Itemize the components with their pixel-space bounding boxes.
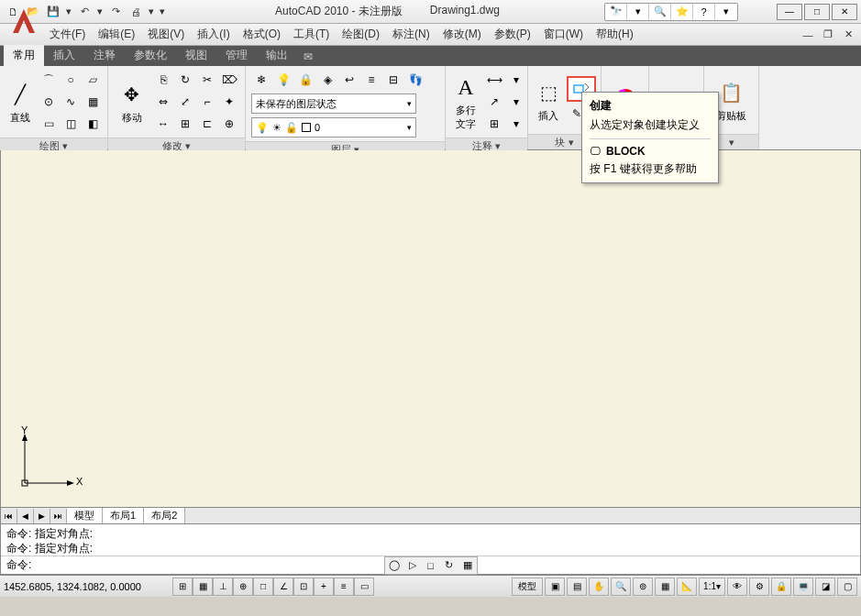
toolbar-lock-icon[interactable]: 🔒 [771,578,791,596]
sheet-prev-icon[interactable]: ◀ [17,509,34,523]
qview-layouts-icon[interactable]: ▣ [545,578,565,596]
qat-save-dropdown-icon[interactable]: ▾ [64,3,73,21]
model-space-button[interactable]: 模型 [512,578,543,596]
menu-format[interactable]: 格式(O) [243,27,281,42]
layer-current-combo[interactable]: 💡 ☀ 🔓 0 ▾ [251,117,416,138]
tab-view[interactable]: 视图 [176,45,216,66]
menu-view[interactable]: 视图(V) [148,27,184,42]
menu-edit[interactable]: 编辑(E) [98,27,135,42]
layer-state-combo[interactable]: 未保存的图层状态 ▾ [251,94,416,114]
tab-insert[interactable]: 插入 [44,45,84,66]
help-search[interactable]: 🔭 ▾ 🔍 ⭐ ? ▾ [604,3,738,21]
minimize-button[interactable]: — [777,4,802,20]
isolate-icon[interactable]: ◪ [815,578,835,596]
hatch-icon[interactable]: ▦ [83,92,103,112]
search-dropdown-icon[interactable]: ▾ [627,4,649,20]
qat-save-icon[interactable]: 💾 [44,3,62,21]
scale-button[interactable]: 1:1▾ [699,578,725,596]
layer-match-icon[interactable]: ≡ [361,70,381,90]
tab-parametric[interactable]: 参数化 [125,45,176,66]
help-icon[interactable]: ? [693,4,715,20]
menu-dim[interactable]: 标注(N) [392,27,430,42]
menu-draw[interactable]: 绘图(D) [342,27,380,42]
steering-status-icon[interactable]: ⊚ [633,578,653,596]
snap-icon[interactable]: ⊞ [172,578,193,596]
menu-file[interactable]: 文件(F) [50,27,85,42]
qat-print-dropdown-icon[interactable]: ▾ [147,3,156,21]
app-menu-button[interactable] [6,4,42,40]
table-dd-icon[interactable]: ▾ [506,114,526,134]
osnap-icon[interactable]: □ [253,578,273,596]
rect-icon[interactable]: ▭ [39,114,59,134]
cleanscreen-icon[interactable]: ▢ [837,578,857,596]
ellipse-icon[interactable]: ∿ [61,92,81,112]
layer-freeze-icon[interactable]: ❄ [251,70,271,90]
zoom-status-icon[interactable]: 🔍 [611,578,631,596]
tab-annotate[interactable]: 注释 [84,45,125,66]
mdi-close-icon[interactable]: ✕ [839,26,857,44]
annoscale-icon[interactable]: 📐 [677,578,697,596]
polyline-icon[interactable]: ▱ [83,70,103,90]
dyn-icon[interactable]: + [314,578,334,596]
polar-icon[interactable]: ⊕ [233,578,253,596]
pan-status-icon[interactable]: ✋ [589,578,609,596]
menu-param[interactable]: 参数(P) [494,27,531,42]
close-button[interactable]: ✕ [832,4,857,20]
showmotion-status-icon[interactable]: ▦ [655,578,675,596]
erase-icon[interactable]: ⌦ [219,70,239,90]
layer-states-icon[interactable]: ⊟ [383,70,403,90]
qat-undo-icon[interactable]: ↶ [75,3,94,21]
ducs-icon[interactable]: ⊡ [293,578,314,596]
hardware-accel-icon[interactable]: 💻 [793,578,813,596]
line-button[interactable]: ╱ 直线 [6,80,35,125]
region-icon[interactable]: ◫ [61,114,81,134]
workspace-icon[interactable]: ⚙ [749,578,769,596]
sheet-last-icon[interactable]: ⏭ [50,509,67,523]
leader-dd-icon[interactable]: ▾ [506,92,526,112]
qat-print-icon[interactable]: 🖨 [127,3,145,21]
dim-linear-icon[interactable]: ⟷ [484,70,504,90]
rotate-icon[interactable]: ↻ [175,70,195,90]
spline-icon[interactable]: ⊙ [39,92,59,112]
sheet-layout2[interactable]: 布局2 [144,508,185,523]
sheet-model[interactable]: 模型 [67,508,103,523]
copy-icon[interactable]: ⎘ [153,70,173,90]
binoculars-icon[interactable]: 🔭 [605,4,627,20]
fillet-icon[interactable]: ⌐ [197,92,217,112]
move-button[interactable]: ✥ 移动 [114,80,149,125]
qview-drawings-icon[interactable]: ▤ [567,578,587,596]
layer-prev-icon[interactable]: ↩ [339,70,359,90]
menu-modify[interactable]: 修改(M) [443,27,481,42]
mdi-minimize-icon[interactable]: — [799,26,817,44]
qat-redo-icon[interactable]: ↷ [106,3,125,21]
tab-extra-icon[interactable]: ✉ [297,48,319,66]
scale-icon[interactable]: ⤢ [175,92,195,112]
help-dropdown-icon[interactable]: ▾ [715,4,737,20]
leader-icon[interactable]: ↗ [484,92,504,112]
menu-window[interactable]: 窗口(W) [544,27,583,42]
array-icon[interactable]: ⊞ [175,114,195,134]
ortho-icon[interactable]: ⊥ [213,578,233,596]
sheet-first-icon[interactable]: ⏮ [1,509,17,523]
mtext-button[interactable]: A 多行 文字 [451,72,480,131]
layer-walk-icon[interactable]: 👣 [405,70,425,90]
zoom-icon[interactable]: ▷ [404,558,421,573]
offset-icon[interactable]: ⊏ [197,114,217,134]
join-icon[interactable]: ⊕ [219,114,239,134]
trim-icon[interactable]: ✂ [197,70,217,90]
qp-icon[interactable]: ▭ [354,578,374,596]
gradient-icon[interactable]: ◧ [83,114,103,134]
coordinates[interactable]: 1452.6805, 1324.1082, 0.0000 [4,581,169,592]
layer-lock-icon[interactable]: 🔒 [295,70,315,90]
otrack-icon[interactable]: ∠ [273,578,293,596]
tab-manage[interactable]: 管理 [216,45,257,66]
drawing-canvas[interactable]: Y X [0,150,861,508]
menu-help[interactable]: 帮助(H) [596,27,634,42]
arc-icon[interactable]: ⌒ [39,70,59,90]
maximize-button[interactable]: □ [804,4,830,20]
table-icon[interactable]: ⊞ [484,114,504,134]
sheet-next-icon[interactable]: ▶ [34,509,50,523]
key-icon[interactable]: 🔍 [649,4,671,20]
qat-more-icon[interactable]: ▾ [158,3,167,21]
star-icon[interactable]: ⭐ [671,4,693,20]
